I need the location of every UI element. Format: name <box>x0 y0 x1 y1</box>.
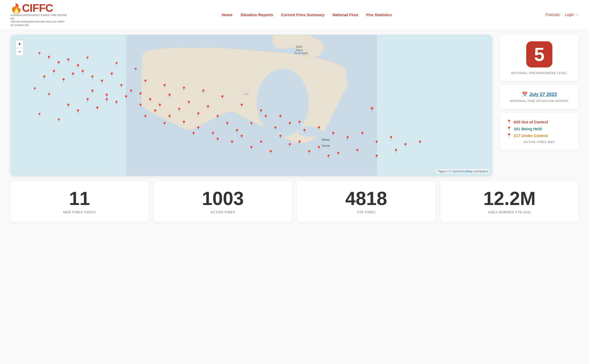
svg-text:ada: ada <box>243 92 249 96</box>
svg-text:Toronto: Toronto <box>321 144 330 147</box>
ytd-fires-number: 4818 <box>302 189 430 208</box>
report-date-label: NATIONAL FIRE SITUATION REPORT <box>507 99 572 103</box>
svg-text:Baffin: Baffin <box>296 46 302 48</box>
main-nav: Home Situation Reports Current Fires Sum… <box>222 13 392 17</box>
stats-row: 11 NEW FIRES TODAY 1003 ACTIVE FIRES 481… <box>0 181 589 230</box>
map-background: Baffin Island - Île de Boffin Ottawa Tor… <box>10 35 492 176</box>
pin-red-icon: 📍 <box>507 120 512 124</box>
report-date-card: 📅 July 27 2023 NATIONAL FIRE SITUATION R… <box>500 85 579 109</box>
preparedness-card: 5 NATIONAL PREPAREDNESS LEVEL <box>500 35 579 81</box>
map-controls: + − <box>16 40 24 56</box>
area-burned-label: AREA BURNED YTD (HA) <box>446 211 573 214</box>
zoom-in-button[interactable]: + <box>16 40 24 48</box>
login-arrow-icon: → <box>575 13 579 17</box>
svg-point-1 <box>257 69 309 137</box>
area-burned-number: 12.2M <box>446 189 573 208</box>
fires-legend: 📍 625 Out of Control 📍 161 Being Held 📍 … <box>507 120 572 138</box>
svg-point-3 <box>313 130 326 138</box>
map-attribution: Pigeon | © OpenStreetMap contributors <box>437 169 490 173</box>
nav-situation-reports[interactable]: Situation Reports <box>240 13 273 17</box>
preparedness-level-number: 5 <box>526 41 552 67</box>
active-fires-map-label: ACTIVE FIRES MAP <box>507 140 572 144</box>
logo-subtitle: CANADIAN INTERAGENCY FOREST FIRE CENTRE … <box>10 14 68 27</box>
nav-home[interactable]: Home <box>222 13 233 17</box>
header-right: Français Login → <box>546 13 579 17</box>
language-toggle[interactable]: Français <box>546 13 560 17</box>
logo-title: 🔥CIFFC <box>10 3 53 14</box>
stat-area-burned: 12.2M AREA BURNED YTD (HA) <box>440 181 579 222</box>
osm-link[interactable]: OpenStreetMap <box>452 170 473 173</box>
stat-new-fires: 11 NEW FIRES TODAY <box>10 181 149 222</box>
fires-out-of-control: 📍 625 Out of Control <box>507 120 572 124</box>
zoom-out-button[interactable]: − <box>16 48 24 56</box>
report-date-link[interactable]: 📅 July 27 2023 <box>507 92 572 97</box>
fires-under-control: 📍 217 Under Control <box>507 133 572 138</box>
new-fires-label: NEW FIRES TODAY <box>16 211 143 214</box>
svg-text:Ottawa: Ottawa <box>321 138 330 141</box>
stat-ytd-fires: 4818 YTD FIRES <box>297 181 435 222</box>
login-button[interactable]: Login → <box>565 13 579 17</box>
flame-icon: 🔥 <box>10 3 22 14</box>
ytd-fires-label: YTD FIRES <box>302 211 430 214</box>
pin-orange-icon: 📍 <box>507 133 512 138</box>
main-content: Baffin Island - Île de Boffin Ottawa Tor… <box>0 30 589 181</box>
sidebar: 5 NATIONAL PREPAREDNESS LEVEL 📅 July 27 … <box>500 35 579 154</box>
svg-text:Île de Boffin: Île de Boffin <box>294 52 308 55</box>
nav-national-fires[interactable]: National Fires <box>332 13 358 17</box>
active-fires-number: 1003 <box>159 189 287 208</box>
stat-active-fires: 1003 ACTIVE FIRES <box>154 181 292 222</box>
svg-text:Island -: Island - <box>296 49 304 52</box>
fires-being-held: 📍 161 Being Held <box>507 126 572 131</box>
map-container[interactable]: Baffin Island - Île de Boffin Ottawa Tor… <box>10 35 492 176</box>
logo-area: 🔥CIFFC CANADIAN INTERAGENCY FOREST FIRE … <box>10 3 68 27</box>
calendar-icon: 📅 <box>522 92 528 97</box>
header: 🔥CIFFC CANADIAN INTERAGENCY FOREST FIRE … <box>0 0 589 30</box>
fire-status-card: 📍 625 Out of Control 📍 161 Being Held 📍 … <box>500 113 579 150</box>
new-fires-number: 11 <box>16 189 143 208</box>
preparedness-label: NATIONAL PREPAREDNESS LEVEL <box>507 71 572 75</box>
active-fires-label: ACTIVE FIRES <box>159 211 287 214</box>
nav-fire-statistics[interactable]: Fire Statistics <box>366 13 392 17</box>
pin-teal-icon: 📍 <box>507 126 512 131</box>
nav-current-fires-summary[interactable]: Current Fires Summary <box>281 13 325 17</box>
